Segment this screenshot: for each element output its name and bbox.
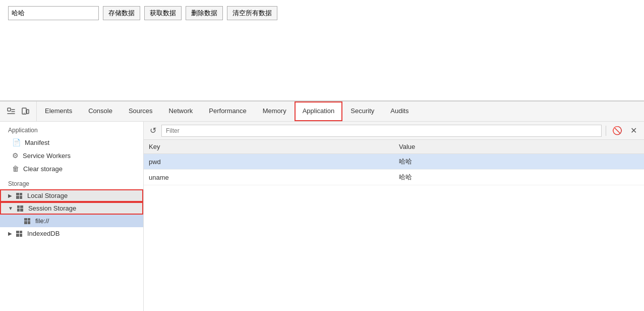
sidebar-item-file[interactable]: file:// bbox=[0, 215, 143, 227]
clear-all-data-button[interactable]: 清空所有数据 bbox=[227, 6, 277, 20]
svg-rect-2 bbox=[27, 110, 29, 114]
collapsed-arrow-icon-2: ▶ bbox=[8, 231, 12, 236]
gear-icon: ⚙ bbox=[12, 151, 19, 160]
sidebar: Application 📄 Manifest ⚙ Service Workers… bbox=[0, 122, 144, 311]
tab-performance[interactable]: Performance bbox=[201, 101, 254, 121]
file-url-label: file:// bbox=[35, 217, 49, 225]
tab-elements[interactable]: Elements bbox=[37, 101, 80, 121]
get-data-button[interactable]: 获取数据 bbox=[144, 6, 182, 20]
file-icon: 📄 bbox=[12, 138, 21, 146]
table-row[interactable]: uname哈哈 bbox=[144, 170, 644, 185]
refresh-button[interactable]: ↺ bbox=[149, 125, 157, 136]
tab-network[interactable]: Network bbox=[161, 101, 201, 121]
table-row[interactable]: pwd哈哈 bbox=[144, 154, 644, 170]
cell-value: 哈哈 bbox=[394, 154, 644, 170]
sidebar-item-service-workers[interactable]: ⚙ Service Workers bbox=[0, 149, 143, 162]
right-panel: ↺ 🚫 ✕ Key Value pwd哈哈uname哈哈 bbox=[144, 122, 644, 311]
devtools-panel: Elements Console Sources Network Perform… bbox=[0, 101, 644, 311]
grid-icon-2 bbox=[17, 205, 23, 212]
grid-icon bbox=[16, 193, 22, 199]
devtools-icons bbox=[0, 101, 37, 121]
grid-icon-3 bbox=[24, 218, 30, 224]
data-table: Key Value pwd哈哈uname哈哈 bbox=[144, 140, 644, 311]
inspect-icon[interactable] bbox=[5, 106, 17, 118]
store-data-button[interactable]: 存储数据 bbox=[103, 6, 140, 20]
app-section-title: Application bbox=[0, 122, 143, 136]
sidebar-item-clear-storage[interactable]: 🗑 Clear storage bbox=[0, 162, 143, 175]
cell-value: 哈哈 bbox=[394, 170, 644, 185]
column-key: Key bbox=[144, 140, 394, 154]
tab-memory[interactable]: Memory bbox=[255, 101, 295, 121]
tab-bar: Elements Console Sources Network Perform… bbox=[0, 101, 644, 122]
toolbar-separator bbox=[606, 126, 606, 136]
trash-icon: 🗑 bbox=[12, 165, 19, 173]
sidebar-item-manifest[interactable]: 📄 Manifest bbox=[0, 136, 143, 149]
cell-key: uname bbox=[144, 170, 394, 185]
expanded-arrow-icon: ▼ bbox=[8, 205, 13, 211]
tab-application[interactable]: Application bbox=[295, 101, 343, 121]
storage-section-title: Storage bbox=[0, 175, 143, 189]
sidebar-item-indexeddb[interactable]: ▶ IndexedDB bbox=[0, 227, 143, 240]
svg-rect-0 bbox=[8, 108, 11, 111]
device-icon[interactable] bbox=[19, 106, 31, 118]
grid-icon-4 bbox=[16, 231, 22, 237]
close-icon-button[interactable]: ✕ bbox=[628, 125, 639, 136]
tab-audits[interactable]: Audits bbox=[382, 101, 417, 121]
data-input[interactable] bbox=[8, 6, 99, 20]
sidebar-item-local-storage[interactable]: ▶ Local Storage bbox=[0, 189, 143, 202]
tab-console[interactable]: Console bbox=[80, 101, 121, 121]
collapsed-arrow-icon: ▶ bbox=[8, 193, 12, 198]
tab-sources[interactable]: Sources bbox=[121, 101, 161, 121]
tab-security[interactable]: Security bbox=[342, 101, 382, 121]
sidebar-item-session-storage[interactable]: ▼ Session Storage bbox=[0, 202, 143, 215]
delete-data-button[interactable]: 删除数据 bbox=[186, 6, 223, 20]
block-icon-button[interactable]: 🚫 bbox=[610, 125, 624, 136]
column-value: Value bbox=[394, 140, 644, 154]
main-content: Application 📄 Manifest ⚙ Service Workers… bbox=[0, 122, 644, 311]
filter-input[interactable] bbox=[161, 125, 602, 137]
cell-key: pwd bbox=[144, 154, 394, 170]
top-area: 存储数据 获取数据 删除数据 清空所有数据 bbox=[0, 0, 644, 101]
panel-toolbar: ↺ 🚫 ✕ bbox=[144, 122, 644, 140]
svg-point-3 bbox=[24, 113, 25, 114]
